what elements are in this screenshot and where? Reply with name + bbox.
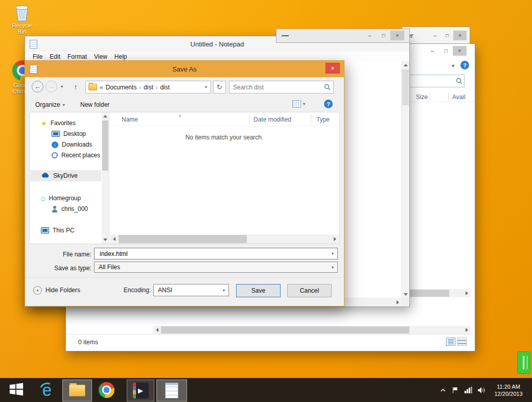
column-header-name[interactable]: Name [122, 116, 138, 123]
column-header-avail[interactable]: Avail [452, 93, 466, 101]
forward-button[interactable]: → [45, 81, 57, 92]
taskbar-ie-icon[interactable]: e [34, 380, 60, 400]
scroll-thumb[interactable] [161, 326, 409, 334]
dialog-footer: ▴ Hide Folders Encoding: ANSI ▾ Save Can… [25, 277, 344, 306]
maximize-icon[interactable]: □ [377, 31, 390, 40]
tray-action-center-icon[interactable] [450, 380, 461, 400]
minimize-icon[interactable]: – [425, 46, 439, 56]
recent-locations-dropdown-icon[interactable]: ▾ [61, 84, 63, 89]
menu-help[interactable]: Help [111, 53, 131, 60]
thumbnails-view-icon[interactable] [457, 338, 467, 346]
file-name-combo[interactable]: ▾ [94, 248, 338, 259]
sidebar-item-user[interactable]: chris_000 [52, 204, 88, 214]
menu-format[interactable]: Format [64, 53, 90, 60]
scroll-thumb[interactable] [102, 121, 108, 171]
file-name-input[interactable] [99, 250, 333, 258]
recycle-bin-icon[interactable]: Recycle Bin [7, 3, 37, 35]
status-item-count: 0 items [78, 339, 98, 346]
menu-view[interactable]: View [90, 53, 111, 60]
scroll-down-arrow[interactable] [102, 236, 109, 244]
sidebar-item-recent-places[interactable]: Recent places [52, 150, 100, 160]
sidebar-item-skydrive[interactable]: SkyDrive [41, 171, 78, 181]
help-icon[interactable]: ? [324, 100, 333, 108]
start-button[interactable] [0, 378, 33, 402]
scroll-thumb[interactable] [119, 235, 247, 243]
address-dropdown-icon[interactable]: ▾ [205, 85, 207, 89]
scroll-up-arrow[interactable] [402, 61, 409, 69]
breadcrumb-item-dist[interactable]: dist [144, 84, 153, 91]
taskbar-media-player-icon[interactable]: ▶ [127, 380, 154, 401]
notepad-vscrollbar[interactable] [401, 61, 409, 298]
chevron-down-icon[interactable]: ▾ [223, 288, 225, 293]
taskbar-notepad-icon[interactable] [156, 380, 187, 401]
search-input[interactable] [229, 83, 321, 91]
scroll-right-arrow[interactable] [331, 234, 339, 244]
chevron-down-icon[interactable]: ▾ [332, 251, 334, 256]
taskbar-explorer-icon[interactable] [62, 380, 92, 401]
organize-button[interactable]: Organize ▾ [35, 99, 65, 110]
tray-show-hidden-icons[interactable] [437, 380, 449, 400]
close-icon[interactable]: × [326, 63, 340, 74]
background-strip-window[interactable]: – □ × [276, 29, 410, 43]
column-header-type[interactable]: Type [316, 116, 330, 123]
breadcrumb[interactable]: « Documents › dist › dist ▾ [85, 81, 211, 93]
ribbon-collapse-icon[interactable]: ▾ [452, 63, 454, 68]
taskbar: e ▶ 11:20 AM 1 [0, 378, 532, 402]
breadcrumb-overflow-icon[interactable]: « [100, 84, 103, 91]
details-view-icon[interactable] [446, 338, 455, 346]
scroll-left-arrow[interactable] [110, 234, 119, 244]
new-folder-label: New folder [80, 101, 109, 108]
explorer-search-input[interactable] [403, 77, 454, 85]
scroll-up-arrow[interactable] [102, 112, 109, 120]
sidebar-item-downloads[interactable]: ↓ Downloads [52, 139, 92, 150]
new-folder-button[interactable]: New folder [80, 99, 109, 110]
tray-clock[interactable]: 11:20 AM 12/20/2013 [488, 380, 529, 400]
save-button[interactable]: Save [236, 284, 281, 297]
menu-edit[interactable]: Edit [46, 53, 64, 60]
maximize-icon[interactable]: □ [439, 46, 453, 56]
minimize-icon[interactable]: – [429, 31, 441, 40]
refresh-button[interactable]: ↻ [213, 81, 226, 93]
close-icon[interactable]: × [390, 31, 404, 40]
chevron-down-icon[interactable]: ▾ [332, 265, 334, 270]
explorer-hscrollbar[interactable] [153, 326, 471, 334]
menu-file[interactable]: File [29, 53, 46, 60]
scroll-thumb[interactable] [402, 69, 409, 105]
file-list-hscrollbar[interactable] [110, 234, 339, 244]
taskbar-chrome-icon[interactable] [93, 380, 120, 400]
sidebar-scrollbar[interactable] [102, 112, 109, 244]
dialog-search-box[interactable] [229, 81, 334, 93]
scroll-thumb[interactable] [404, 290, 449, 297]
explorer-help-icon[interactable]: ? [460, 61, 469, 69]
collapse-up-icon: ▴ [33, 286, 42, 295]
sidebar-item-favorites[interactable]: ★ Favorites [41, 118, 76, 128]
scroll-right-arrow[interactable] [462, 289, 471, 297]
sidebar-item-desktop[interactable]: Desktop [52, 129, 86, 139]
views-button[interactable]: ▾ [292, 100, 305, 108]
breadcrumb-item-documents[interactable]: Documents [106, 84, 137, 91]
encoding-combo[interactable]: ANSI ▾ [153, 284, 229, 296]
scroll-down-arrow[interactable] [402, 291, 409, 298]
column-header-date-modified[interactable]: Date modified [253, 116, 291, 123]
hide-folders-button[interactable]: ▴ Hide Folders [33, 284, 80, 296]
green-edge-widget[interactable] [517, 351, 530, 374]
tray-network-icon[interactable] [463, 380, 474, 400]
dialog-titlebar[interactable]: Save As × [25, 61, 344, 77]
up-button[interactable]: ↑ [70, 81, 81, 92]
scroll-right-arrow[interactable] [394, 298, 402, 306]
sidebar-item-homegroup[interactable]: ⌂ Homegroup [41, 193, 81, 203]
scroll-right-arrow[interactable] [462, 326, 471, 334]
close-icon[interactable]: × [453, 31, 467, 40]
cancel-button[interactable]: Cancel [287, 284, 332, 297]
explorer-search-box[interactable] [402, 75, 465, 87]
breadcrumb-item-dist2[interactable]: dist [160, 84, 170, 91]
scroll-left-arrow[interactable] [153, 326, 161, 334]
sidebar-item-this-pc[interactable]: This PC [41, 225, 75, 235]
background-window-titlebar[interactable]: er – □ × [402, 27, 470, 44]
back-button[interactable]: ← [32, 81, 43, 92]
save-as-type-combo[interactable]: All Files ▾ [94, 262, 338, 273]
minimize-icon[interactable]: – [363, 31, 377, 40]
tray-volume-icon[interactable] [475, 380, 488, 400]
maximize-icon[interactable]: □ [441, 31, 453, 40]
close-icon[interactable]: × [453, 46, 467, 56]
